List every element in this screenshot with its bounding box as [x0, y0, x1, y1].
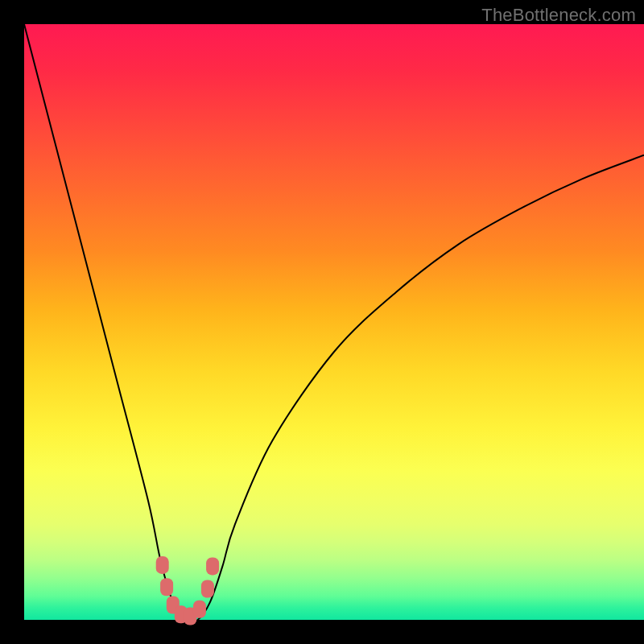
curve-marker — [156, 556, 169, 574]
watermark-text: TheBottleneck.com — [481, 5, 636, 26]
chart-frame: TheBottleneck.com — [0, 0, 644, 644]
curve-marker — [206, 557, 219, 575]
curve-svg — [24, 24, 644, 620]
marker-group — [156, 556, 219, 625]
curve-marker — [201, 580, 214, 598]
curve-marker — [160, 578, 173, 596]
curve-marker — [193, 601, 206, 618]
bottleneck-curve — [24, 24, 644, 622]
